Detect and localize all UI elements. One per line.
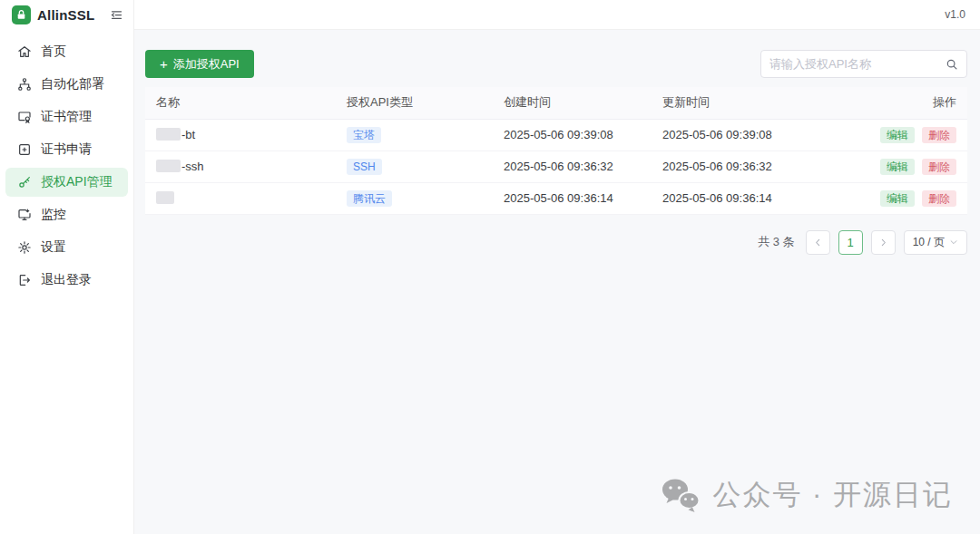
pagination-total: 共 3 条 [758, 234, 794, 250]
add-auth-api-button-label: 添加授权API [173, 56, 240, 73]
key-icon [16, 175, 32, 190]
wechat-icon [660, 478, 701, 512]
column-header-name: 名称 [145, 87, 336, 119]
sidebar-item-cert-manage[interactable]: 证书管理 [5, 102, 128, 131]
redacted-name [156, 128, 181, 141]
logout-icon [16, 273, 32, 288]
add-auth-api-button[interactable]: + 添加授权API [145, 50, 254, 78]
certificate-apply-icon [16, 142, 32, 158]
auth-api-table: 名称 授权API类型 创建时间 更新时间 操作 -bt 宝塔 2025-05-0… [145, 87, 967, 215]
cell-name [145, 182, 336, 214]
allinssl-lock-logo-icon [12, 5, 31, 24]
home-icon [16, 44, 32, 60]
sidebar-item-monitor[interactable]: 监控 [5, 200, 128, 229]
next-page-button[interactable] [871, 230, 896, 255]
sidebar-item-logout[interactable]: 退出登录 [5, 266, 128, 295]
version-label: v1.0 [945, 8, 965, 21]
sidebar-item-auto-deploy[interactable]: 自动化部署 [5, 70, 128, 99]
certificate-icon [16, 110, 32, 125]
sidebar-menu: 首页 自动化部署 证书管理 证书申请 [0, 30, 133, 298]
redacted-name [156, 191, 174, 204]
cell-type: SSH [336, 150, 493, 182]
sidebar-item-label: 设置 [41, 239, 66, 256]
sidebar-item-label: 证书申请 [41, 141, 92, 158]
sidebar: AllinSSL 首页 自动化部署 [0, 0, 134, 534]
content-area: + 添加授权API 名称 授权API类型 创建时间 更新时间 [134, 30, 980, 534]
edit-button[interactable]: 编辑 [880, 127, 915, 143]
search-input[interactable] [769, 57, 946, 71]
cell-action: 编辑删除 [833, 119, 967, 150]
cell-created: 2025-05-06 09:39:08 [493, 119, 652, 150]
search-icon[interactable] [946, 58, 958, 71]
cell-action: 编辑删除 [833, 182, 967, 214]
watermark: 公众号 · 开源日记 [660, 476, 953, 514]
cell-action: 编辑删除 [833, 150, 967, 182]
sidebar-item-label: 自动化部署 [41, 76, 104, 92]
sidebar-item-label: 证书管理 [41, 109, 92, 125]
app-title: AllinSSL [37, 7, 102, 23]
column-header-updated: 更新时间 [652, 87, 833, 119]
watermark-text: 公众号 · 开源日记 [712, 476, 953, 514]
column-header-created: 创建时间 [493, 87, 652, 119]
page-size-value: 10 / 页 [913, 235, 945, 250]
search-box [760, 50, 967, 78]
cell-updated: 2025-05-06 09:36:32 [652, 150, 833, 182]
sidebar-item-label: 首页 [41, 44, 66, 60]
plus-icon: + [160, 57, 168, 71]
page-size-select[interactable]: 10 / 页 [904, 230, 967, 255]
sidebar-item-settings[interactable]: 设置 [5, 233, 128, 262]
table-header-row: 名称 授权API类型 创建时间 更新时间 操作 [145, 87, 967, 119]
cell-type: 宝塔 [336, 119, 493, 150]
type-badge: 宝塔 [347, 127, 381, 143]
sidebar-item-label: 授权API管理 [41, 174, 113, 190]
column-header-type: 授权API类型 [336, 87, 493, 119]
chevron-down-icon [949, 238, 958, 247]
cell-created: 2025-05-06 09:36:32 [493, 150, 652, 182]
type-badge: 腾讯云 [347, 190, 392, 207]
edit-button[interactable]: 编辑 [880, 159, 915, 175]
logo-row: AllinSSL [0, 0, 133, 30]
sidebar-item-auth-api[interactable]: 授权API管理 [5, 168, 128, 197]
cell-created: 2025-05-06 09:36:14 [493, 182, 652, 214]
collapse-sidebar-icon[interactable] [108, 7, 124, 24]
monitor-icon [16, 208, 32, 223]
sidebar-item-home[interactable]: 首页 [5, 37, 128, 66]
sidebar-item-label: 退出登录 [41, 272, 92, 288]
page-number-button[interactable]: 1 [838, 230, 863, 255]
column-header-action: 操作 [833, 87, 967, 119]
redacted-name [156, 160, 181, 172]
cell-type: 腾讯云 [336, 182, 493, 214]
table-row: 腾讯云 2025-05-06 09:36:14 2025-05-06 09:36… [145, 182, 967, 214]
pagination: 共 3 条 1 10 / 页 [145, 230, 967, 255]
gear-icon [16, 240, 32, 256]
sidebar-item-label: 监控 [41, 207, 66, 223]
table-row: -ssh SSH 2025-05-06 09:36:32 2025-05-06 … [145, 150, 967, 182]
edit-button[interactable]: 编辑 [880, 190, 915, 207]
delete-button[interactable]: 删除 [922, 190, 956, 207]
table-row: -bt 宝塔 2025-05-06 09:39:08 2025-05-06 09… [145, 119, 967, 150]
prev-page-button[interactable] [806, 230, 830, 255]
cell-name: -ssh [145, 150, 336, 182]
delete-button[interactable]: 删除 [922, 127, 956, 143]
sidebar-item-cert-apply[interactable]: 证书申请 [5, 135, 128, 164]
cell-name: -bt [145, 119, 336, 150]
type-badge: SSH [347, 159, 382, 175]
toolbar: + 添加授权API [145, 50, 967, 78]
deploy-icon [16, 77, 32, 92]
cell-updated: 2025-05-06 09:39:08 [652, 119, 833, 150]
app-window: AllinSSL 首页 自动化部署 [0, 0, 980, 534]
topbar: v1.0 [134, 0, 980, 30]
delete-button[interactable]: 删除 [922, 159, 956, 175]
cell-updated: 2025-05-06 09:36:14 [652, 182, 833, 214]
main-area: v1.0 + 添加授权API 名称 授权 [134, 0, 980, 534]
